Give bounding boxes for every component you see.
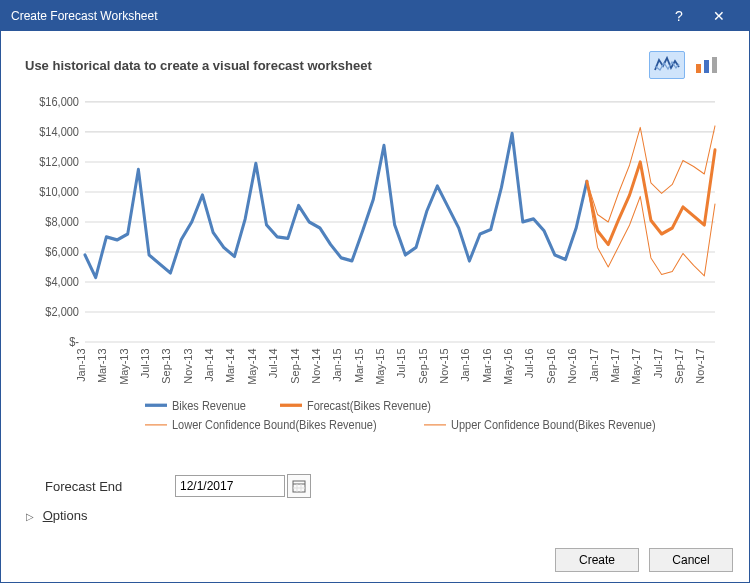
- svg-rect-2: [712, 57, 717, 73]
- svg-rect-59: [293, 481, 305, 492]
- svg-text:Nov-14: Nov-14: [311, 348, 322, 383]
- svg-text:Nov-13: Nov-13: [183, 348, 194, 383]
- svg-text:Sep-17: Sep-17: [674, 348, 685, 383]
- instruction-text: Use historical data to create a visual f…: [25, 58, 649, 73]
- svg-text:Mar-16: Mar-16: [482, 348, 493, 383]
- svg-text:$14,000: $14,000: [39, 126, 79, 139]
- forecast-end-label: Forecast End: [25, 479, 175, 494]
- svg-text:Jan-14: Jan-14: [205, 348, 216, 382]
- create-button[interactable]: Create: [555, 548, 639, 572]
- svg-text:Mar-13: Mar-13: [98, 348, 109, 383]
- options-toggle[interactable]: ▷ Options: [25, 508, 725, 523]
- bar-chart-type-button[interactable]: [689, 51, 725, 79]
- bar-chart-icon: [694, 56, 720, 74]
- svg-text:$2,000: $2,000: [45, 306, 79, 319]
- dialog-body: Use historical data to create a visual f…: [1, 31, 749, 537]
- help-button[interactable]: ?: [659, 1, 699, 31]
- svg-text:May-14: May-14: [247, 348, 258, 385]
- svg-text:Bikes Revenue: Bikes Revenue: [172, 399, 246, 412]
- cancel-button[interactable]: Cancel: [649, 548, 733, 572]
- svg-text:Lower Confidence Bound(Bikes R: Lower Confidence Bound(Bikes Revenue): [172, 419, 377, 432]
- svg-text:$4,000: $4,000: [45, 276, 79, 289]
- svg-text:Mar-17: Mar-17: [610, 348, 621, 383]
- svg-text:Mar-15: Mar-15: [354, 348, 365, 383]
- svg-rect-1: [704, 60, 709, 73]
- date-picker-button[interactable]: [287, 474, 311, 498]
- svg-text:Jan-17: Jan-17: [589, 348, 600, 382]
- svg-text:Sep-13: Sep-13: [162, 348, 173, 383]
- svg-text:May-13: May-13: [119, 348, 130, 385]
- svg-text:$-: $-: [69, 336, 79, 349]
- svg-text:Nov-16: Nov-16: [568, 348, 579, 383]
- svg-text:Jan-16: Jan-16: [461, 348, 472, 382]
- svg-text:$8,000: $8,000: [45, 216, 79, 229]
- line-chart-type-button[interactable]: [649, 51, 685, 79]
- dialog-footer: Create Cancel: [1, 537, 749, 582]
- svg-text:Sep-14: Sep-14: [290, 348, 301, 383]
- svg-text:$16,000: $16,000: [39, 96, 79, 109]
- svg-text:Upper Confidence Bound(Bikes R: Upper Confidence Bound(Bikes Revenue): [451, 419, 656, 432]
- svg-text:Nov-15: Nov-15: [439, 348, 450, 383]
- svg-text:May-16: May-16: [504, 348, 515, 385]
- options-underline: O: [43, 508, 53, 523]
- svg-rect-0: [696, 64, 701, 73]
- svg-text:May-15: May-15: [375, 348, 386, 385]
- svg-text:$12,000: $12,000: [39, 156, 79, 169]
- calendar-icon: [292, 479, 306, 493]
- forecast-end-row: Forecast End: [25, 474, 725, 498]
- svg-text:Jan-13: Jan-13: [76, 348, 87, 382]
- titlebar: Create Forecast Worksheet ? ✕: [1, 1, 749, 31]
- svg-text:Mar-14: Mar-14: [226, 348, 237, 383]
- forecast-dialog: Create Forecast Worksheet ? ✕ Use histor…: [0, 0, 750, 583]
- svg-text:Nov-17: Nov-17: [696, 348, 707, 383]
- expand-icon: ▷: [25, 511, 35, 522]
- svg-text:Jul-16: Jul-16: [525, 348, 536, 378]
- chart-type-switcher: [649, 51, 725, 79]
- svg-text:Jul-13: Jul-13: [140, 348, 151, 378]
- svg-text:Sep-15: Sep-15: [418, 348, 429, 383]
- svg-text:Jul-15: Jul-15: [397, 348, 408, 378]
- line-chart-icon: [654, 56, 680, 74]
- close-button[interactable]: ✕: [699, 1, 739, 31]
- svg-text:Jul-14: Jul-14: [269, 348, 280, 378]
- forecast-end-input[interactable]: [175, 475, 285, 497]
- dialog-title: Create Forecast Worksheet: [11, 9, 659, 23]
- svg-text:$6,000: $6,000: [45, 246, 79, 259]
- svg-text:May-17: May-17: [632, 348, 643, 385]
- forecast-chart: $-$2,000$4,000$6,000$8,000$10,000$12,000…: [25, 91, 725, 462]
- svg-text:Forecast(Bikes Revenue): Forecast(Bikes Revenue): [307, 399, 431, 412]
- svg-text:Jan-15: Jan-15: [333, 348, 344, 382]
- svg-text:Sep-16: Sep-16: [546, 348, 557, 383]
- svg-text:Jul-17: Jul-17: [653, 348, 664, 378]
- svg-text:$10,000: $10,000: [39, 186, 79, 199]
- options-rest: ptions: [53, 508, 88, 523]
